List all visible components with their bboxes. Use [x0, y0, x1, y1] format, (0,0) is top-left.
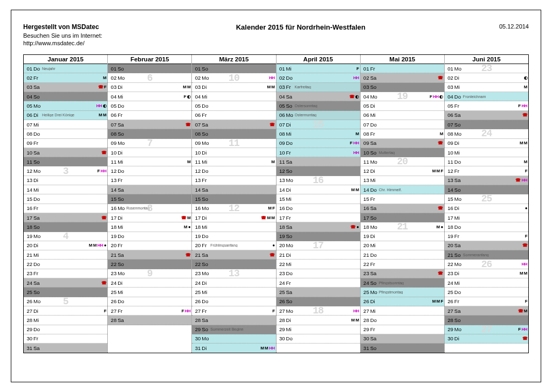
day-weekday: Fr — [33, 205, 42, 211]
day-weekday: Mo — [370, 94, 379, 100]
day-markers: M — [187, 159, 190, 164]
day-number: 18 — [25, 224, 32, 230]
week-number: 20 — [397, 157, 408, 166]
page-title: Kalender 2015 für Nordrhein-Westfalen — [102, 23, 499, 31]
day-number: 23 — [109, 270, 116, 276]
day-weekday: Fr — [33, 335, 42, 341]
day-weekday: Mi — [33, 187, 42, 193]
day-cell: 15Do — [24, 194, 107, 204]
day-cell: 09Mo11 — [192, 139, 275, 148]
day-number: 30 — [278, 335, 285, 341]
day-weekday: Di — [33, 242, 42, 248]
day-cell: 27Mi — [361, 306, 444, 316]
day-weekday: Di — [202, 215, 210, 221]
day-markers: ☎ — [185, 122, 191, 127]
day-number: 10 — [109, 150, 116, 156]
day-cell: 16Mo12M F — [192, 204, 275, 213]
day-number: 12 — [362, 168, 369, 174]
day-cell: 30Di☎ — [445, 334, 528, 344]
day-cell: 26Mo5 — [24, 297, 107, 306]
day-weekday: So — [370, 215, 379, 221]
day-weekday: Sa — [202, 122, 210, 128]
day-weekday: Di — [33, 112, 42, 118]
day-number: 18 — [446, 224, 453, 230]
day-number: 17 — [278, 215, 285, 221]
day-cell: 25Do — [445, 288, 528, 297]
day-number: 25 — [278, 289, 285, 295]
day-markers: M M — [99, 113, 106, 117]
day-cell: 07Di15 — [277, 120, 360, 129]
day-cell: 28DiM M — [277, 316, 360, 325]
day-number: 30 — [193, 335, 201, 341]
day-number: 16 — [362, 205, 369, 211]
day-number: 05 — [362, 103, 369, 109]
day-weekday: Do — [202, 298, 210, 304]
day-number: 03 — [362, 84, 369, 90]
day-number: 22 — [362, 261, 369, 267]
day-number: 03 — [278, 84, 285, 90]
day-weekday: Do — [118, 233, 126, 239]
week-number: 27 — [481, 325, 492, 334]
day-number: 14 — [278, 187, 285, 193]
day-weekday: Mi — [202, 224, 210, 230]
day-number: 08 — [109, 131, 116, 137]
day-cell: 23Fr — [24, 269, 107, 278]
day-number: 28 — [25, 317, 32, 323]
day-number: 03 — [446, 84, 453, 90]
day-weekday: Sa — [202, 317, 210, 323]
day-number: 23 — [193, 270, 201, 276]
day-markers: M — [103, 75, 106, 80]
day-number: 15 — [278, 196, 285, 202]
day-cell: 20Mi — [361, 241, 444, 250]
day-cell: 14Sa — [108, 185, 191, 194]
header-sub1: Besuchen Sie uns im Internet: — [23, 32, 102, 39]
day-cell: 21Sa☎ — [108, 250, 191, 260]
day-cell: 31So — [361, 344, 444, 353]
day-weekday: Mi — [118, 289, 126, 295]
day-cell: 18Mi — [192, 222, 275, 232]
day-weekday: Mi — [370, 112, 379, 118]
day-number: 09 — [109, 140, 116, 146]
day-cell: 12DiM M F — [361, 166, 444, 176]
day-weekday: Do — [202, 103, 210, 109]
day-number: 01 — [109, 66, 116, 72]
day-weekday: So — [202, 131, 210, 137]
day-weekday: Sa — [454, 177, 463, 183]
day-weekday: Sa — [118, 122, 126, 128]
day-number: 17 — [362, 215, 369, 221]
week-number: 5 — [63, 297, 68, 306]
calendar-grid: Januar 201501DoNeujahr02FrM03Sa☎ F04So05… — [23, 54, 529, 353]
day-number: 04 — [278, 94, 285, 100]
day-markers: F HH — [97, 169, 106, 173]
day-weekday: Fr — [286, 215, 295, 221]
month-column: Mai 201501Fr02Sa☎03So04Mo19F HH ◐05Di06M… — [361, 55, 445, 353]
day-cell: 28So — [445, 316, 528, 325]
week-number: 23 — [481, 64, 492, 73]
day-markers: F ◐ — [184, 94, 191, 99]
day-cell: 04So — [24, 92, 107, 101]
day-number: 08 — [193, 131, 201, 137]
day-weekday: Mo — [370, 224, 379, 230]
day-number: 28 — [278, 317, 285, 323]
day-cell: 24Fr — [277, 278, 360, 288]
day-cell: 16MoRosenmontag8 — [108, 204, 191, 213]
day-cell: 10Mi — [445, 148, 528, 157]
day-weekday: Fr — [370, 326, 379, 332]
day-weekday: Di — [286, 317, 295, 323]
day-cell: 27FrF HH — [108, 306, 191, 316]
day-cell: 02Di◐ — [445, 73, 528, 82]
day-markers: M ● — [437, 225, 443, 229]
header: Hergestellt von MSDatec Besuchen Sie uns… — [23, 23, 529, 47]
day-cell: 31DiM M HH — [192, 344, 275, 353]
day-cell: 10FrHH — [277, 148, 360, 157]
day-number: 11 — [278, 159, 285, 165]
day-cell: 09Fr — [24, 139, 107, 148]
day-number: 01 — [193, 66, 201, 72]
day-cell: 25Mi — [108, 288, 191, 297]
day-cell: 14Mi — [24, 185, 107, 194]
day-number: 04 — [446, 94, 453, 100]
day-number: 26 — [193, 298, 201, 304]
day-cell: 26DiM M F — [361, 297, 444, 306]
day-number: 02 — [362, 75, 369, 81]
day-number: 29 — [25, 326, 32, 332]
